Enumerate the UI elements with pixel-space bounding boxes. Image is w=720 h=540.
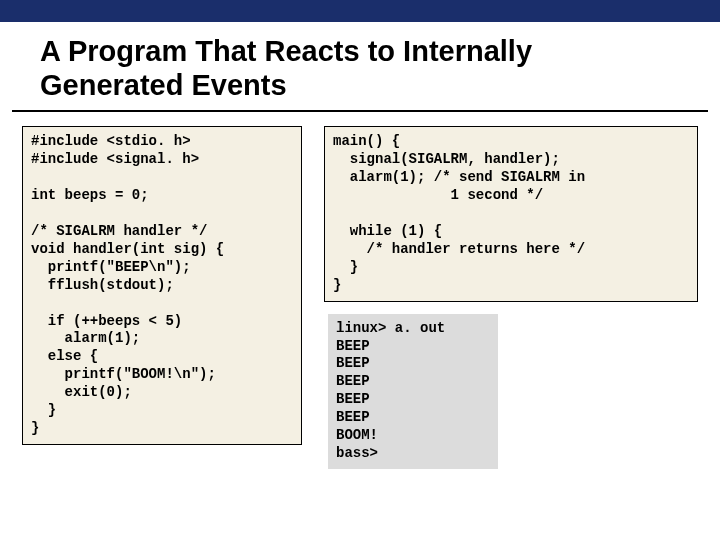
code-block-right: main() { signal(SIGALRM, handler); alarm…	[324, 126, 698, 301]
top-bar	[0, 0, 720, 22]
left-column: #include <stdio. h> #include <signal. h>…	[22, 126, 302, 468]
code-block-left: #include <stdio. h> #include <signal. h>…	[22, 126, 302, 444]
terminal-output: linux> a. out BEEP BEEP BEEP BEEP BEEP B…	[328, 314, 498, 469]
content-area: #include <stdio. h> #include <signal. h>…	[0, 112, 720, 468]
right-column: main() { signal(SIGALRM, handler); alarm…	[324, 126, 698, 468]
slide-title: A Program That Reacts to Internally Gene…	[12, 22, 708, 112]
